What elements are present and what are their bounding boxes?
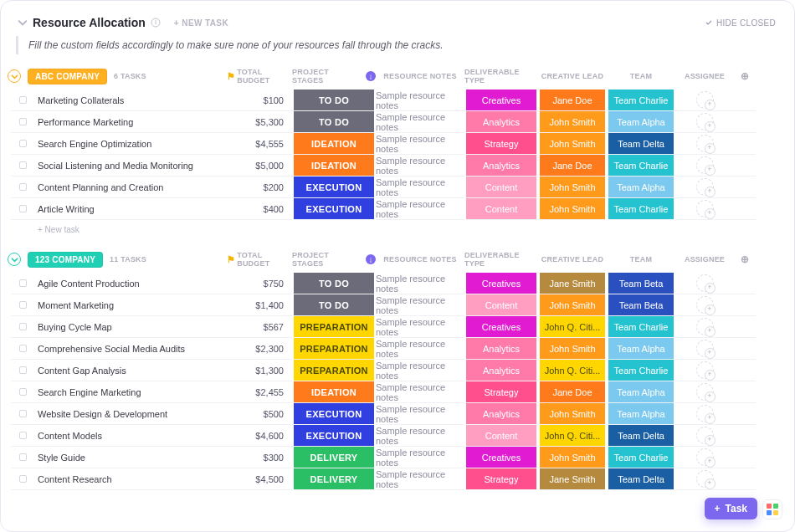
team-chip[interactable]: Team Charlie — [608, 316, 674, 338]
lead-chip[interactable]: John Smith — [540, 133, 605, 155]
col-lead[interactable]: CREATIVE LEAD — [538, 251, 607, 268]
deliverable-chip[interactable]: Creatives — [466, 316, 536, 338]
status-checkbox[interactable] — [19, 279, 27, 287]
stage-chip[interactable]: EXECUTION — [294, 198, 374, 220]
notes-cell[interactable]: Sample resource notes — [376, 338, 464, 360]
table-row[interactable]: Style Guide $300 DELIVERY Sample resourc… — [11, 447, 784, 468]
budget-cell[interactable]: $1,300 — [227, 360, 292, 381]
lead-chip[interactable]: John Smith — [540, 403, 605, 425]
budget-cell[interactable]: $2,300 — [227, 338, 292, 360]
lead-chip[interactable]: John Q. Citi... — [540, 316, 605, 338]
row-options-button[interactable] — [734, 111, 756, 133]
stage-chip[interactable]: TO DO — [294, 273, 374, 294]
assignee-add-button[interactable] — [696, 135, 714, 152]
lead-chip[interactable]: Jane Smith — [540, 468, 605, 490]
budget-cell[interactable]: $500 — [227, 403, 292, 425]
deliverable-chip[interactable]: Analytics — [466, 155, 536, 176]
assignee-add-button[interactable] — [696, 156, 714, 174]
team-chip[interactable]: Team Delta — [608, 425, 674, 447]
lead-chip[interactable]: John Q. Citi... — [540, 360, 605, 381]
deliverable-chip[interactable]: Creatives — [466, 447, 536, 468]
notes-cell[interactable]: Sample resource notes — [376, 425, 464, 447]
assignee-add-button[interactable] — [696, 91, 714, 109]
lead-chip[interactable]: Jane Doe — [540, 381, 605, 403]
row-options-button[interactable] — [734, 381, 756, 403]
row-options-button[interactable] — [734, 273, 756, 294]
team-chip[interactable]: Team Charlie — [608, 198, 674, 220]
task-name[interactable]: Search Engine Marketing — [34, 381, 227, 403]
table-row[interactable]: Search Engine Optimization $4,555 IDEATI… — [11, 133, 784, 155]
team-chip[interactable]: Team Beta — [608, 294, 674, 316]
table-row[interactable]: Content Models $4,600 EXECUTION Sample r… — [11, 425, 784, 447]
notes-cell[interactable]: Sample resource notes — [376, 447, 464, 468]
stage-chip[interactable]: IDEATION — [294, 155, 374, 176]
assignee-add-button[interactable] — [696, 340, 714, 357]
lead-chip[interactable]: John Smith — [540, 111, 605, 133]
status-checkbox[interactable] — [19, 366, 27, 374]
status-checkbox[interactable] — [19, 161, 27, 169]
task-name[interactable]: Buying Cycle Map — [34, 316, 227, 338]
deliverable-chip[interactable]: Analytics — [466, 403, 536, 425]
team-chip[interactable]: Team Alpha — [608, 381, 674, 403]
col-lead[interactable]: CREATIVE LEAD — [538, 68, 607, 84]
notes-cell[interactable]: Sample resource notes — [376, 176, 464, 198]
notes-cell[interactable]: Sample resource notes — [376, 155, 464, 176]
task-name[interactable]: Social Listening and Media Monitoring — [34, 155, 227, 176]
budget-cell[interactable]: $5,000 — [227, 155, 292, 176]
budget-cell[interactable]: $5,300 — [227, 111, 292, 133]
collapse-all-icon[interactable] — [18, 18, 28, 28]
notes-cell[interactable]: Sample resource notes — [376, 316, 464, 338]
team-chip[interactable]: Team Alpha — [608, 111, 674, 133]
deliverable-chip[interactable]: Content — [466, 294, 536, 316]
status-checkbox[interactable] — [19, 475, 27, 483]
deliverable-chip[interactable]: Strategy — [466, 468, 536, 490]
status-checkbox[interactable] — [19, 453, 27, 461]
team-chip[interactable]: Team Charlie — [608, 360, 674, 381]
budget-cell[interactable]: $4,555 — [227, 133, 292, 155]
row-options-button[interactable] — [734, 403, 756, 425]
notes-cell[interactable]: Sample resource notes — [376, 133, 464, 155]
add-column-button[interactable]: ⊕ — [734, 251, 756, 268]
col-assignee[interactable]: ASSIGNEE — [675, 251, 734, 268]
team-chip[interactable]: Team Beta — [608, 273, 674, 294]
stage-chip[interactable]: PREPARATION — [294, 360, 374, 381]
table-row[interactable]: Agile Content Production $750 TO DO Samp… — [11, 273, 784, 294]
table-row[interactable]: Article Writing $400 EXECUTION Sample re… — [11, 198, 784, 220]
col-budget[interactable]: ⚑TOTAL BUDGET — [227, 251, 292, 268]
assignee-add-button[interactable] — [696, 405, 714, 422]
group-pill[interactable]: ABC Company — [28, 69, 107, 84]
row-options-button[interactable] — [734, 198, 756, 220]
deliverable-chip[interactable]: Content — [466, 425, 536, 447]
task-name[interactable]: Moment Marketing — [34, 294, 227, 316]
assignee-add-button[interactable] — [696, 178, 714, 196]
stage-chip[interactable]: IDEATION — [294, 133, 374, 155]
info-icon[interactable] — [151, 18, 161, 28]
table-row[interactable]: Performance Marketing $5,300 TO DO Sampl… — [11, 111, 784, 133]
table-row[interactable]: Content Gap Analysis $1,300 PREPARATION … — [11, 360, 784, 381]
task-name[interactable]: Style Guide — [34, 447, 227, 468]
stages-sort-icon[interactable]: ↓ — [366, 254, 376, 264]
new-task-button[interactable]: + NEW TASK — [174, 18, 228, 28]
status-checkbox[interactable] — [19, 140, 27, 147]
lead-chip[interactable]: John Smith — [540, 198, 605, 220]
new-task-inline[interactable]: + New task — [1, 220, 794, 246]
budget-cell[interactable]: $200 — [227, 176, 292, 198]
table-row[interactable]: Search Engine Marketing $2,455 IDEATION … — [11, 381, 784, 403]
notes-cell[interactable]: Sample resource notes — [376, 403, 464, 425]
row-options-button[interactable] — [734, 176, 756, 198]
deliverable-chip[interactable]: Content — [466, 198, 536, 220]
budget-cell[interactable]: $750 — [227, 273, 292, 294]
stage-chip[interactable]: TO DO — [294, 90, 374, 111]
apps-launcher-button[interactable] — [762, 499, 782, 519]
table-row[interactable]: Comprehensive Social Media Audits $2,300… — [11, 338, 784, 360]
stages-sort-icon[interactable]: ↓ — [366, 71, 376, 81]
task-name[interactable]: Website Design & Development — [34, 403, 227, 425]
col-notes[interactable]: RESOURCE NOTES — [376, 251, 464, 268]
notes-cell[interactable]: Sample resource notes — [376, 360, 464, 381]
assignee-add-button[interactable] — [696, 448, 714, 466]
assignee-add-button[interactable] — [696, 383, 714, 401]
table-row[interactable]: Social Listening and Media Monitoring $5… — [11, 155, 784, 176]
row-options-button[interactable] — [734, 468, 756, 490]
task-name[interactable]: Article Writing — [34, 198, 227, 220]
deliverable-chip[interactable]: Analytics — [466, 338, 536, 360]
